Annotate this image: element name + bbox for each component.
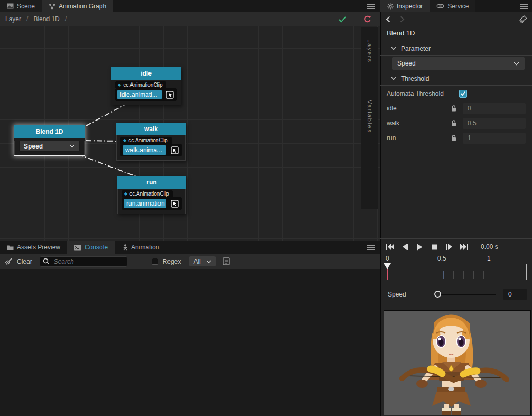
node-idle-clip-field[interactable]: idle.animati... [117,90,162,99]
console-log-area[interactable] [0,269,380,416]
tab-inspector[interactable]: Inspector [380,0,430,12]
step-forward-button[interactable] [444,243,455,251]
console-panel-menu-icon[interactable] [367,241,375,254]
preview-speed-label: Speed [388,291,406,298]
skip-to-start-button[interactable] [385,243,396,251]
timeline-label-05: 0.5 [437,255,446,262]
asset-picker-button[interactable] [169,199,180,208]
parameter-select[interactable]: Speed [392,57,525,70]
section-threshold[interactable]: Threshold [380,72,532,86]
tab-service-label: Service [447,3,469,10]
back-icon[interactable] [385,16,391,23]
asset-diamond-icon: ◆ [123,138,126,143]
automata-threshold-label: Automata Threshold [387,90,459,97]
node-walk-clip-field[interactable]: walk.anima... [123,145,166,155]
tab-assets-preview-label: Assets Preview [17,244,60,251]
lock-icon[interactable] [451,105,458,112]
threshold-walk-value[interactable]: 0.5 [463,118,526,129]
node-run-clip-field[interactable]: run.animation [124,199,166,208]
log-filter-select[interactable]: All [189,256,215,266]
playback-time: 0.00 s [481,243,498,251]
node-blend-parameter-value: Speed [24,143,43,150]
node-blend-parameter-select[interactable]: Speed [19,141,80,152]
graph-node-idle[interactable]: idle ◆ cc.AnimationClip idle.animati... [111,67,181,105]
speed-slider-handle[interactable] [434,291,441,298]
tab-animation-graph[interactable]: Animation Graph [42,0,113,12]
side-tab-variables[interactable]: Variables [367,100,373,133]
clear-button-label[interactable]: Clear [17,258,32,265]
node-idle-clip-row: idle.animati... [115,88,177,101]
scene-tab-icon [7,3,14,9]
wire-blend-to-walk [86,141,117,141]
breadcrumb-layer[interactable]: Layer [5,15,21,23]
stop-button[interactable] [429,243,440,251]
playback-controls: 0.00 s [385,241,532,253]
section-parameter[interactable]: Parameter [380,42,532,56]
skip-to-end-button[interactable] [459,243,470,251]
speed-slider-track[interactable] [434,294,496,295]
tab-scene-label: Scene [17,3,35,10]
console-searchbox [40,256,127,267]
node-run-title[interactable]: run [117,176,186,189]
tab-service[interactable]: Service [430,0,475,12]
tab-animation[interactable]: Animation [115,241,166,254]
playhead-handle[interactable] [384,263,391,269]
tab-scene[interactable]: Scene [0,0,42,12]
node-walk-clip-row: walk.anima... [120,144,182,156]
lock-icon[interactable] [451,119,458,127]
tab-inspector-label: Inspector [397,3,423,10]
node-run-clip-type: ◆ cc.AnimationClip [122,190,173,197]
automata-threshold-checkbox[interactable] [459,90,467,98]
clip-type-label: cc.AnimationClip [123,82,162,88]
apply-check-icon[interactable] [338,16,347,23]
clip-type-label: cc.AnimationClip [128,137,167,143]
tab-console[interactable]: Console [67,241,115,254]
play-button[interactable] [414,243,425,251]
timeline-ruler[interactable] [387,264,527,280]
breadcrumb-current[interactable]: Blend 1D [33,15,59,23]
section-chevron-icon [391,47,396,50]
tab-animation-graph-label: Animation Graph [59,3,106,10]
threshold-run-value[interactable]: 1 [463,133,526,144]
graph-node-run[interactable]: run ◆ cc.AnimationClip run.animation [117,176,186,214]
regex-checkbox[interactable] [152,258,158,265]
inspector-menu-icon[interactable] [520,0,528,12]
log-file-icon[interactable] [223,257,230,265]
clear-icon[interactable] [5,258,13,265]
model-preview-viewport[interactable] [384,310,531,415]
threshold-idle-label: idle [387,105,451,112]
side-tab-layers[interactable]: Layers [367,39,373,63]
forward-icon[interactable] [399,16,405,23]
asset-diamond-icon: ◆ [124,192,127,196]
tab-assets-preview[interactable]: Assets Preview [0,241,67,254]
console-search-input[interactable] [40,256,127,267]
step-back-button[interactable] [399,243,410,251]
threshold-idle-value[interactable]: 0 [463,103,526,114]
playhead-line [387,269,388,280]
automata-threshold-row: Automata Threshold [380,88,532,99]
node-blend-title[interactable]: Blend 1D [14,125,85,138]
refresh-icon[interactable] [363,15,371,23]
asset-picker-button[interactable] [164,90,175,99]
inspector-gear-icon [387,3,394,10]
animation-graph-canvas[interactable]: idle ◆ cc.AnimationClip idle.animati... … [0,26,380,241]
threshold-row-idle: idle 0 [380,103,532,114]
clip-type-label: cc.AnimationClip [129,191,169,197]
tab-animation-label: Animation [131,244,159,251]
graph-panel-menu-icon[interactable] [367,0,375,12]
character-preview-image [384,311,530,415]
parameter-select-value: Speed [397,60,416,67]
asset-picker-icon [171,200,179,208]
graph-node-walk[interactable]: walk ◆ cc.AnimationClip walk.anima... [116,123,186,161]
speed-value-field[interactable]: 0 [503,289,527,300]
pin-icon[interactable] [519,15,527,23]
lock-icon[interactable] [451,134,458,142]
asset-picker-icon [171,146,179,154]
asset-picker-button[interactable] [169,145,180,155]
console-toolbar: Clear Regex All [0,254,380,269]
node-idle-title[interactable]: idle [111,67,181,80]
graph-node-blend-1d[interactable]: Blend 1D Speed [14,125,85,155]
breadcrumb-separator-2: / [65,15,67,23]
node-walk-title[interactable]: walk [116,123,186,135]
search-icon [43,258,50,265]
